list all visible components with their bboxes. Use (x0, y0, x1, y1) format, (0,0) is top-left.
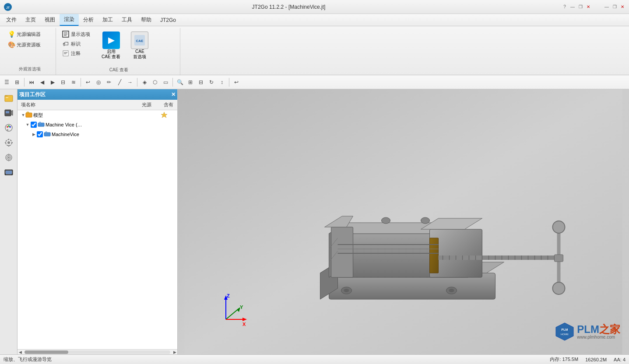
toolbar-rect-btn[interactable]: ▭ (161, 77, 170, 87)
toolbar-sep1 (24, 78, 25, 87)
menu-file[interactable]: 文件 (2, 14, 21, 25)
col-contain-header: 含有 (160, 102, 177, 108)
toolbar-keyframe-btn[interactable]: ⊟ (58, 77, 68, 87)
svg-rect-36 (5, 171, 6, 172)
mark-icon: 🏷 (62, 40, 69, 47)
tree-item-model[interactable]: ▼ 模型 (18, 110, 177, 120)
svg-point-88 (421, 217, 430, 224)
minimize-button2[interactable]: — (569, 4, 576, 10)
cae-start-button[interactable]: ▶ 启用 CAE 查看 (100, 30, 122, 61)
toolbar-select-btn[interactable]: ◈ (140, 77, 149, 87)
menu-help[interactable]: 帮助 (137, 14, 156, 25)
plm-text: PLM之家 (577, 324, 620, 335)
app-logo: JT (4, 3, 12, 11)
viewport-3d[interactable]: Z Y X PLM HOME (178, 89, 629, 354)
model-light-icon (151, 112, 177, 119)
menu-view[interactable]: 视图 (40, 14, 60, 25)
toolbar-arrow-btn[interactable]: → (125, 77, 135, 87)
project-scrollbar: ◀ ▶ (18, 349, 177, 354)
cae-pref-button[interactable]: CAE CAE 首选项 (129, 30, 150, 61)
minimize-button[interactable]: — (604, 4, 610, 10)
side-icon-palette[interactable] (2, 121, 16, 135)
svg-point-29 (8, 157, 10, 158)
window-title: JT2Go 11.2.2 - [MachineVice.jt] (16, 4, 562, 10)
svg-rect-41 (27, 112, 29, 113)
close-button2[interactable]: ✕ (585, 4, 591, 10)
assembly-icon (38, 121, 45, 128)
viewport-content: Z Y X PLM HOME (178, 89, 629, 354)
svg-point-86 (449, 289, 454, 292)
svg-text:HOME: HOME (561, 333, 569, 336)
tree-expand-part[interactable]: ▶ (32, 132, 36, 136)
svg-point-84 (344, 289, 349, 292)
menu-machining[interactable]: 加工 (98, 14, 117, 25)
toolbar-circle-btn[interactable]: ◎ (94, 77, 103, 87)
menu-jt2go[interactable]: JT2Go (156, 15, 180, 25)
tree-expand-assembly[interactable]: ▼ (25, 122, 30, 127)
toolbar-line-btn[interactable]: ╱ (115, 77, 124, 87)
display-options-button[interactable]: 显示选项 (60, 30, 93, 38)
scroll-thumb[interactable] (25, 350, 68, 354)
svg-marker-42 (161, 112, 167, 118)
title-bar-controls: ? — ❐ ✕ — ❐ ✕ (562, 4, 625, 10)
svg-marker-101 (242, 318, 247, 321)
toolbar-box-btn[interactable]: ⊞ (186, 77, 195, 87)
menu-tools[interactable]: 工具 (117, 14, 137, 25)
status-file-size: 16260.2M (585, 357, 607, 362)
toolbar-minus-btn[interactable]: ⊟ (196, 77, 206, 87)
svg-rect-44 (39, 122, 41, 123)
toolbar-hex-btn[interactable]: ⬡ (150, 77, 160, 87)
toolbar-first-btn[interactable]: ⏮ (27, 77, 36, 87)
assembly-checkbox[interactable] (31, 122, 37, 128)
menu-home[interactable]: 主页 (21, 14, 40, 25)
light-resource-button[interactable]: 🎨 光源资源板 (5, 40, 54, 49)
axis-indicator: Z Y X (213, 293, 248, 328)
toolbar-prev-btn[interactable]: ◀ (37, 77, 47, 87)
light-editor-button[interactable]: 💡 光源编辑器 (5, 30, 54, 38)
svg-text:Y: Y (240, 304, 243, 310)
side-icon-folder[interactable] (2, 91, 16, 105)
scroll-left-btn[interactable]: ◀ (18, 350, 23, 354)
restore-button[interactable]: ❐ (611, 4, 618, 10)
scroll-track[interactable] (25, 350, 170, 354)
toolbar-search-btn[interactable]: 🔍 (175, 77, 185, 87)
svg-rect-37 (5, 172, 6, 173)
toolbar-menu-btn[interactable]: ☰ (2, 77, 11, 87)
side-icon-filmstrip[interactable] (2, 165, 16, 179)
toolbar-anim-btn[interactable]: ≋ (69, 77, 78, 87)
appearance-pref-button[interactable]: 外观首选项 (4, 65, 56, 73)
svg-text:Z: Z (227, 293, 230, 298)
svg-rect-40 (26, 113, 32, 117)
svg-line-97 (226, 308, 239, 319)
toolbar-pen-btn[interactable]: ✏ (104, 77, 114, 87)
toolbar-next-btn[interactable]: ▶ (48, 77, 57, 87)
svg-rect-38 (12, 171, 12, 172)
main-layout: 项目工作区 ✕ 项名称 光源 含有 ▼ (0, 89, 629, 354)
note-button[interactable]: 注释 (60, 49, 93, 58)
mark-button[interactable]: 🏷 标识 (60, 39, 93, 48)
side-icon-target[interactable] (2, 150, 16, 164)
svg-rect-58 (331, 227, 353, 277)
toolbar-grid-btn[interactable]: ⊞ (12, 77, 22, 87)
part-checkbox[interactable] (37, 131, 43, 137)
scroll-right-btn[interactable]: ▶ (172, 350, 177, 354)
menu-analysis[interactable]: 分析 (79, 14, 98, 25)
project-close-btn[interactable]: ✕ (171, 91, 176, 98)
menu-render[interactable]: 渲染 (60, 14, 79, 26)
svg-point-87 (382, 217, 390, 224)
toolbar-refresh-btn[interactable]: ↻ (207, 77, 216, 87)
title-bar-left: JT (4, 3, 16, 11)
tree-item-assembly[interactable]: ▼ Machine Vice (… (18, 120, 177, 130)
restore-button2[interactable]: ❐ (577, 4, 583, 10)
tree-item-part[interactable]: ▶ MachineVice (18, 130, 177, 139)
tree-expand-model[interactable]: ▼ (21, 113, 25, 117)
side-icon-video[interactable] (2, 106, 16, 120)
side-icon-gear[interactable] (2, 136, 16, 150)
title-bar: JT JT2Go 11.2.2 - [MachineVice.jt] ? — ❐… (0, 0, 629, 14)
close-button[interactable]: ✕ (619, 4, 625, 10)
toolbar-undo2-btn[interactable]: ↩ (83, 77, 93, 87)
toolbar-height-btn[interactable]: ↕ (217, 77, 227, 87)
help-button[interactable]: ? (562, 4, 568, 10)
tree-label-assembly: Machine Vice (… (46, 122, 82, 127)
toolbar-undo-btn[interactable]: ↩ (232, 77, 241, 87)
